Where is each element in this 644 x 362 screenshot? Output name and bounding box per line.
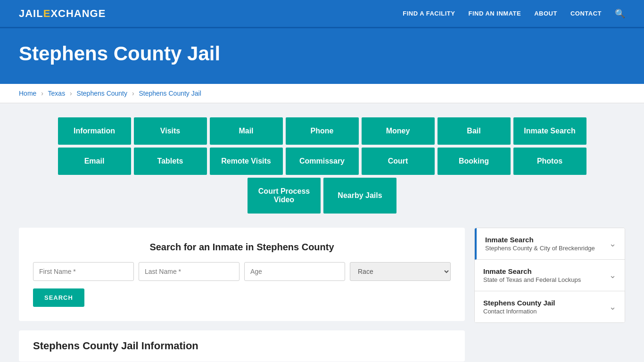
chevron-down-icon: ⌄ [609, 302, 616, 312]
sidebar-item-title-0: Inmate Search [485, 236, 604, 244]
breadcrumb: Home › Texas › Stephens County › Stephen… [0, 84, 644, 103]
info-section-title: Stephens County Jail Information [33, 340, 451, 352]
breadcrumb-sep-2: › [70, 90, 72, 97]
nav-find-facility[interactable]: FIND A FACILITY [403, 10, 455, 17]
category-btn-information[interactable]: Information [58, 117, 131, 145]
search-button[interactable]: SEARCH [33, 288, 84, 307]
chevron-down-icon: ⌄ [609, 239, 616, 249]
last-name-input[interactable] [139, 262, 239, 281]
search-form-title: Search for an Inmate in Stephens County [33, 242, 451, 253]
inmate-search-form-box: Search for an Inmate in Stephens County … [19, 228, 465, 321]
page-title: Stephens County Jail [19, 42, 625, 65]
breadcrumb-jail[interactable]: Stephens County Jail [139, 90, 201, 97]
sidebar-item-1[interactable]: Inmate Search State of Texas and Federal… [475, 260, 625, 291]
breadcrumb-county[interactable]: Stephens County [77, 90, 127, 97]
logo-x: E [43, 8, 51, 20]
nav-find-inmate[interactable]: FIND AN INMATE [468, 10, 521, 17]
sidebar-item-subtitle-1: State of Texas and Federal Lockups [483, 276, 604, 283]
content-area: InformationVisitsMailPhoneMoneyBailInmat… [0, 103, 644, 362]
sidebar-item-text-1: Inmate Search State of Texas and Federal… [483, 267, 604, 283]
button-row-1: InformationVisitsMailPhoneMoneyBailInmat… [58, 117, 586, 145]
nav-contact[interactable]: CONTACT [570, 10, 602, 17]
info-section: Stephens County Jail Information [19, 330, 465, 362]
main-nav: JAIL E XCHANGE FIND A FACILITY FIND AN I… [0, 0, 644, 28]
breadcrumb-texas[interactable]: Texas [48, 90, 66, 97]
breadcrumb-home[interactable]: Home [19, 90, 36, 97]
category-btn-commissary[interactable]: Commissary [286, 148, 359, 175]
sidebar-item-0[interactable]: Inmate Search Stephens County & City of … [475, 228, 625, 260]
sidebar-item-title-2: Stephens County Jail [483, 299, 604, 307]
category-btn-phone[interactable]: Phone [286, 117, 359, 145]
category-button-grid: InformationVisitsMailPhoneMoneyBailInmat… [19, 117, 625, 214]
two-column-layout: Search for an Inmate in Stephens County … [19, 228, 625, 362]
first-name-input[interactable] [33, 262, 134, 281]
category-btn-mail[interactable]: Mail [210, 117, 283, 145]
category-btn-tablets[interactable]: Tablets [134, 148, 207, 175]
nav-links: FIND A FACILITY FIND AN INMATE ABOUT CON… [403, 8, 625, 19]
chevron-down-icon: ⌄ [609, 270, 616, 280]
button-row-3: Court Process VideoNearby Jails [248, 178, 396, 214]
search-icon[interactable]: 🔍 [615, 8, 625, 19]
sidebar-item-subtitle-0: Stephens County & City of Breckenridge [485, 245, 604, 252]
logo[interactable]: JAIL E XCHANGE [19, 8, 106, 20]
logo-exchange: XCHANGE [50, 8, 106, 20]
sidebar-item-subtitle-2: Contact Information [483, 308, 604, 315]
age-input[interactable] [244, 262, 345, 281]
sidebar-item-title-1: Inmate Search [483, 267, 604, 275]
category-btn-court-process-video[interactable]: Court Process Video [248, 178, 321, 214]
category-btn-booking[interactable]: Booking [438, 148, 511, 175]
nav-about[interactable]: ABOUT [534, 10, 557, 17]
breadcrumb-sep-1: › [41, 90, 43, 97]
sidebar-accordion: Inmate Search Stephens County & City of … [474, 228, 625, 323]
category-btn-bail[interactable]: Bail [438, 117, 511, 145]
sidebar-item-text-0: Inmate Search Stephens County & City of … [485, 236, 604, 252]
category-btn-inmate-search[interactable]: Inmate Search [513, 117, 586, 145]
sidebar-item-text-2: Stephens County Jail Contact Information [483, 299, 604, 315]
category-btn-visits[interactable]: Visits [134, 117, 207, 145]
category-btn-money[interactable]: Money [362, 117, 435, 145]
race-select[interactable]: Race White Black Hispanic Asian Other [350, 262, 451, 281]
hero-section: Stephens County Jail [0, 28, 644, 84]
breadcrumb-sep-3: › [132, 90, 134, 97]
logo-jail: JAIL [19, 8, 43, 20]
category-btn-email[interactable]: Email [58, 148, 131, 175]
category-btn-photos[interactable]: Photos [513, 148, 586, 175]
sidebar-item-2[interactable]: Stephens County Jail Contact Information… [475, 291, 625, 322]
category-btn-remote-visits[interactable]: Remote Visits [210, 148, 283, 175]
category-btn-nearby-jails[interactable]: Nearby Jails [323, 178, 396, 214]
form-fields: Race White Black Hispanic Asian Other [33, 262, 451, 281]
category-btn-court[interactable]: Court [362, 148, 435, 175]
left-column: Search for an Inmate in Stephens County … [19, 228, 465, 362]
button-row-2: EmailTabletsRemote VisitsCommissaryCourt… [58, 148, 586, 175]
